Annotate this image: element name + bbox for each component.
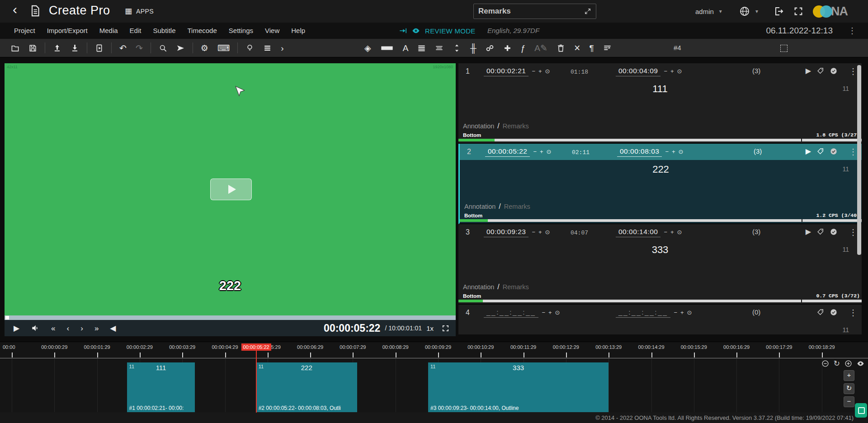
plus-icon[interactable]: + (538, 229, 542, 235)
clock-icon[interactable]: ⊙ (679, 148, 684, 155)
align-lines-icon[interactable] (430, 39, 448, 57)
plus-sq-button[interactable]: + (844, 370, 854, 381)
check-circle-icon[interactable] (830, 309, 837, 316)
tab-annotation[interactable]: Annotation (463, 122, 494, 130)
close-icon[interactable]: × (570, 39, 585, 57)
remarks-panel-toggle[interactable]: Remarks (473, 4, 596, 19)
step-back-icon[interactable]: ‹ (67, 324, 70, 332)
minus-icon[interactable]: − (664, 68, 667, 75)
minus-icon[interactable]: − (542, 309, 545, 316)
dashed-box-icon[interactable] (780, 45, 788, 52)
tab-annotation[interactable]: Annotation (464, 203, 495, 210)
doc-play-icon[interactable] (90, 39, 108, 57)
play-row-icon[interactable]: ▶ (806, 148, 811, 155)
speaker-icon[interactable] (31, 324, 40, 333)
list-icon[interactable] (259, 39, 276, 57)
menu-item-help[interactable]: Help (285, 23, 311, 39)
keyboard-icon[interactable]: ⌨ (213, 39, 234, 57)
plus-icon[interactable]: + (548, 309, 552, 316)
search-icon[interactable] (154, 39, 172, 57)
language-indicator[interactable]: English, 29.97DF (487, 23, 539, 39)
play-row-icon[interactable]: ▶ (806, 67, 811, 75)
undo-icon[interactable]: ↶ (115, 39, 131, 57)
back-icon[interactable]: ‹ (13, 3, 17, 16)
playhead-line[interactable] (256, 350, 257, 413)
player-fullscreen-icon[interactable] (442, 324, 449, 332)
end-timecode[interactable]: __:__:__:__ (616, 308, 670, 318)
expand-icon[interactable] (584, 8, 591, 15)
start-timecode[interactable]: 00:00:09:23 (484, 228, 528, 237)
clock-icon[interactable]: ⊙ (677, 68, 682, 75)
menu-item-timecode[interactable]: Timecode (181, 23, 222, 39)
play-icon[interactable]: ▶ (14, 324, 19, 332)
wrap-icon[interactable] (599, 39, 616, 57)
chevron-down-icon[interactable]: ▾ (755, 8, 758, 14)
tag-icon[interactable] (817, 148, 824, 155)
chevron-right-icon[interactable]: › (276, 39, 288, 57)
kebab-menu-icon[interactable]: ⋮ (848, 23, 856, 39)
refresh-sq-button[interactable]: ↻ (844, 383, 854, 394)
trash-icon[interactable] (552, 39, 570, 57)
subtitle-row-4[interactable]: 4__:__:__:__−+⊙__:__:__:__−+⊙(0)⋮11 (458, 305, 862, 334)
tab-annotation[interactable]: Annotation (463, 283, 494, 291)
chevron-down-icon[interactable]: ▾ (719, 8, 722, 14)
start-timecode[interactable]: __:__:__:__ (484, 308, 538, 318)
clock-icon[interactable]: ⊙ (547, 148, 552, 155)
tag-icon[interactable] (817, 309, 824, 316)
check-circle-icon[interactable] (830, 67, 837, 75)
row-menu-icon[interactable]: ⋮ (849, 227, 857, 237)
clock-icon[interactable]: ⊙ (545, 229, 550, 235)
row-menu-icon[interactable]: ⋮ (849, 147, 857, 157)
check-circle-icon[interactable] (830, 148, 837, 155)
marker-icon[interactable]: ◀ (110, 324, 116, 332)
clock-icon[interactable]: ⊙ (545, 68, 550, 75)
tab-remarks[interactable]: Remarks (504, 203, 530, 210)
fast-forward-icon[interactable]: » (94, 324, 99, 332)
end-timecode[interactable]: 00:00:08:03 (617, 147, 662, 157)
menu-item-subtitle[interactable]: Subtitle (147, 23, 181, 39)
subtitle-row-2[interactable]: 200:00:05:22−+⊙02:1100:00:08:03−+⊙(3)▶⋮1… (458, 144, 862, 224)
send-icon[interactable] (172, 39, 189, 57)
minus-icon[interactable]: − (665, 148, 669, 155)
plus-icon[interactable]: + (540, 148, 543, 155)
timeline[interactable]: 00:0000:00:00:2900:00:01:2900:00:02:2900… (0, 342, 868, 413)
menu-item-project[interactable]: Project (8, 23, 41, 39)
minus-sq-button[interactable]: − (844, 396, 854, 407)
menu-item-edit[interactable]: Edit (124, 23, 147, 39)
plus-icon[interactable]: + (670, 229, 674, 235)
end-timecode[interactable]: 00:00:04:09 (616, 67, 660, 76)
gear-icon[interactable]: ⚙ (196, 39, 213, 57)
rewind-icon[interactable]: « (51, 324, 55, 332)
refresh-icon[interactable]: ↻ (834, 360, 840, 367)
seek-bar[interactable] (5, 315, 456, 320)
eye-icon[interactable] (857, 360, 864, 367)
pilcrow-icon[interactable]: ¶ (585, 39, 598, 57)
play-overlay-button[interactable] (210, 179, 252, 200)
apps-button[interactable]: ▦ APPS (125, 6, 154, 16)
start-timecode[interactable]: 00:00:05:22 (485, 147, 530, 157)
end-timecode[interactable]: 00:00:14:00 (616, 228, 660, 237)
subtitle-text[interactable]: 111 (458, 83, 862, 95)
text-bg-icon[interactable] (376, 39, 398, 57)
lightbulb-icon[interactable] (241, 39, 259, 57)
align-justify-icon[interactable] (413, 39, 430, 57)
minus-icon[interactable]: − (664, 229, 667, 235)
tag-icon[interactable] (817, 228, 824, 235)
clock-icon[interactable]: ⊙ (677, 229, 682, 235)
step-forward-icon[interactable]: › (80, 324, 83, 332)
menu-item-import-export[interactable]: Import/Export (41, 23, 94, 39)
letter-a-icon[interactable]: A (398, 39, 413, 57)
timeline-block-1[interactable]: 11111#1 00:00:02:21- 00:00: (127, 362, 195, 413)
subtitle-row-1[interactable]: 100:00:02:21−+⊙01:1800:00:04:09−+⊙(3)▶⋮1… (458, 63, 862, 144)
play-row-icon[interactable]: ▶ (806, 228, 811, 235)
logout-icon[interactable] (774, 6, 784, 17)
playhead-badge[interactable]: 00:00:05:22 (241, 343, 271, 351)
layers-icon[interactable]: ◈ (360, 39, 376, 57)
fullscreen-icon[interactable] (793, 6, 803, 16)
download-icon[interactable] (66, 39, 84, 57)
globe-icon[interactable] (739, 6, 750, 17)
edit-a-icon[interactable]: A✎ (530, 39, 552, 57)
tag-icon[interactable] (817, 67, 824, 75)
scrollbar[interactable] (857, 65, 861, 255)
seek-grip[interactable] (5, 316, 9, 320)
